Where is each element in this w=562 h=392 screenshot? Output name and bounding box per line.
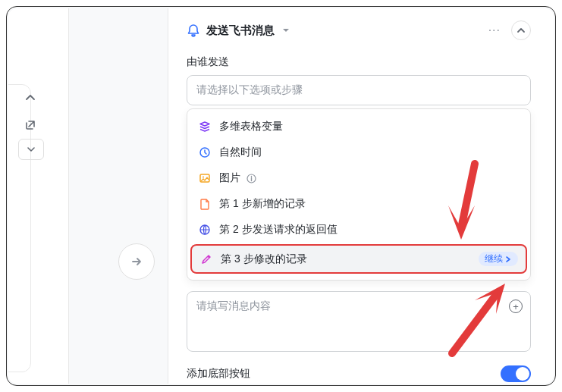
caret-down-icon[interactable]: [282, 27, 290, 34]
sender-dropdown: 多维表格变量 自然时间 图片: [187, 108, 531, 281]
dropdown-item-label: 图片: [219, 171, 240, 185]
globe-icon: [198, 223, 212, 237]
left-sidebar: [8, 8, 69, 384]
svg-point-2: [203, 177, 204, 178]
collapse-button[interactable]: [511, 20, 531, 40]
footer-button-label: 添加底部按钮: [187, 367, 250, 381]
dropdown-item-step1[interactable]: 第 1 步新增的记录: [187, 191, 530, 217]
sender-select[interactable]: 请选择以下选项或步骤: [187, 75, 531, 105]
edit-icon: [199, 252, 213, 266]
image-icon: [198, 171, 212, 185]
dropdown-item-label: 第 2 步发送请求的返回值: [219, 223, 338, 237]
bell-icon: [187, 24, 200, 37]
app-frame: 发送飞书消息 ··· 由谁发送 请选择以下选项或步骤: [6, 6, 556, 386]
dropdown-item-multidim-var[interactable]: 多维表格变量: [187, 114, 530, 140]
more-actions-button[interactable]: ···: [488, 24, 501, 37]
external-link-icon[interactable]: [15, 111, 46, 139]
dropdown-item-image[interactable]: 图片: [187, 165, 530, 191]
footer-button-toggle[interactable]: [501, 365, 531, 382]
panel-title: 发送飞书消息: [187, 24, 290, 38]
dropdown-item-natural-time[interactable]: 自然时间: [187, 140, 530, 165]
next-step-arrow-button[interactable]: [118, 243, 155, 280]
app-inner: 发送飞书消息 ··· 由谁发送 请选择以下选项或步骤: [8, 8, 554, 384]
sender-label: 由谁发送: [187, 55, 531, 69]
message-placeholder: 请填写消息内容: [196, 299, 271, 312]
panel-header: 发送飞书消息 ···: [187, 20, 531, 40]
chevron-up-icon[interactable]: [15, 84, 46, 111]
insert-variable-button[interactable]: +: [509, 299, 523, 313]
dropdown-item-label: 自然时间: [219, 146, 262, 159]
message-textarea[interactable]: 请填写消息内容 +: [187, 291, 531, 352]
clock-icon: [198, 146, 212, 159]
document-icon: [198, 197, 212, 211]
sender-placeholder: 请选择以下选项或步骤: [196, 83, 303, 96]
panel-title-text: 发送飞书消息: [206, 24, 275, 38]
dropdown-item-step2[interactable]: 第 2 步发送请求的返回值: [187, 217, 530, 243]
continue-label: 继续: [485, 252, 503, 265]
dropdown-item-label: 多维表格变量: [219, 120, 283, 133]
footer-button-row: 添加底部按钮: [187, 365, 531, 382]
config-panel: 发送飞书消息 ··· 由谁发送 请选择以下选项或步骤: [168, 8, 554, 384]
continue-tag[interactable]: 继续: [479, 252, 518, 266]
layers-icon: [198, 120, 212, 133]
dropdown-item-label: 第 1 步新增的记录: [219, 197, 306, 211]
dropdown-caret-icon[interactable]: [18, 139, 44, 160]
dropdown-item-label: 第 3 步修改的记录: [221, 252, 307, 266]
info-icon[interactable]: [246, 174, 256, 183]
dropdown-item-step3[interactable]: 第 3 步修改的记录 继续: [190, 244, 527, 274]
